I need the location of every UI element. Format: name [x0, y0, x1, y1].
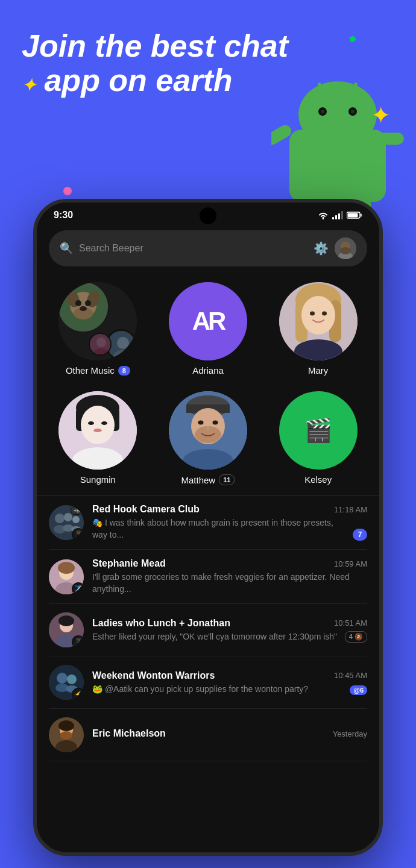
svg-point-62: [198, 421, 203, 425]
svg-point-43: [301, 296, 335, 335]
svg-point-37: [96, 338, 106, 347]
svg-point-1: [298, 81, 377, 148]
ladies-platform-badge: 📱: [72, 635, 84, 647]
svg-point-30: [75, 300, 81, 306]
eric-avatar: [49, 717, 84, 752]
red-hook-content: Red Hook Camera Club 11:18 AM 🎭 I was th…: [92, 504, 367, 541]
svg-point-45: [310, 312, 315, 316]
svg-point-12: [351, 110, 355, 113]
signal-icon: [332, 211, 343, 219]
svg-point-24: [340, 247, 351, 254]
star-icon: ✦: [22, 77, 36, 95]
svg-point-31: [85, 300, 91, 306]
wifi-icon: [318, 211, 329, 219]
wonton-preview: 🐸 @Aatik can you pick up supplies for th…: [92, 684, 345, 696]
hero-title-line2: app on earth: [44, 63, 232, 98]
mary-label: Mary: [308, 365, 328, 376]
hero-title: Join the best chat ✦ app on earth: [22, 29, 288, 98]
svg-rect-13: [332, 217, 334, 219]
stephanie-preview: I'll grab some groceries to make fresh v…: [92, 571, 367, 595]
ladies-muted: 4 🔕: [345, 631, 367, 643]
pinned-kelsey[interactable]: 🎬 Kelsey: [263, 385, 373, 495]
pinned-matthew[interactable]: Matthew 11: [153, 385, 263, 495]
mary-avatar: [279, 282, 358, 360]
ladies-time: 10:51 AM: [334, 618, 367, 627]
pinned-mary[interactable]: Mary: [263, 276, 373, 385]
matthew-label: Matthew 11: [181, 474, 235, 485]
svg-point-74: [58, 562, 75, 574]
chat-item-red-hook[interactable]: 📱 +8 Red Hook Camera Club 11:18 AM 🎭 I w…: [49, 495, 367, 550]
svg-text:✦: ✦: [371, 102, 391, 128]
other-music-badge: 8: [118, 366, 130, 376]
ladies-name: Ladies who Lunch + Jonathan: [92, 618, 230, 629]
adriana-avatar: AR: [169, 282, 247, 360]
wonton-time: 10:45 AM: [334, 671, 367, 680]
svg-point-64: [206, 426, 210, 431]
plus-badge: +8: [71, 506, 83, 515]
eric-time: Yesterday: [333, 729, 367, 738]
chat-item-ladies[interactable]: 📱 Ladies who Lunch + Jonathan 10:51 AM E…: [49, 604, 367, 656]
search-input[interactable]: Search Beeper: [79, 243, 307, 254]
red-hook-name: Red Hook Camera Club: [92, 504, 200, 515]
red-hook-avatar: 📱 +8: [49, 505, 84, 540]
adriana-logo: AR: [192, 307, 224, 336]
stephanie-time: 10:59 AM: [334, 559, 367, 568]
whatsapp-badge: 📱: [72, 528, 84, 540]
eric-name: Eric Michaelson: [92, 728, 166, 739]
svg-point-53: [88, 421, 94, 425]
stephanie-name: Stephanie Mead: [92, 558, 166, 569]
pinned-sungmin[interactable]: Sungmin: [43, 385, 153, 495]
svg-rect-19: [348, 213, 358, 218]
status-icons: [318, 211, 362, 219]
pinned-contacts: Other Music 8 AR Adriana: [37, 276, 379, 495]
adriana-label: Adriana: [192, 365, 224, 376]
kelsey-avatar: 🎬: [279, 391, 358, 470]
sungmin-avatar: [58, 391, 137, 470]
chat-item-stephanie[interactable]: ✈️ Stephanie Mead 10:59 AM I'll grab som…: [49, 550, 367, 604]
other-music-avatar: [58, 282, 137, 360]
svg-point-11: [321, 110, 324, 113]
wonton-at-badge: @6: [350, 685, 367, 695]
telegram-badge: ✈️: [72, 582, 84, 594]
red-hook-time: 11:18 AM: [334, 505, 367, 514]
svg-point-32: [80, 306, 87, 311]
status-time: 9:30: [54, 210, 73, 221]
svg-point-63: [212, 421, 218, 425]
camera-notch: [200, 207, 216, 224]
svg-point-66: [55, 514, 65, 523]
ladies-avatar: 📱: [49, 612, 84, 647]
pinned-other-music[interactable]: Other Music 8: [43, 276, 153, 385]
stephanie-avatar: ✈️: [49, 559, 84, 594]
eric-content: Eric Michaelson Yesterday: [92, 728, 367, 741]
ladies-content: Ladies who Lunch + Jonathan 10:51 AM Est…: [92, 618, 367, 643]
svg-point-70: [72, 516, 80, 523]
phone-frame: 9:30 🔍 Search Beep: [33, 199, 383, 856]
svg-point-88: [60, 731, 72, 740]
red-hook-preview: 🎭 I was think about how much grain is pr…: [92, 517, 348, 541]
wonton-platform-badge: ⚡: [72, 688, 84, 700]
wonton-name: Weekend Wonton Warriors: [92, 670, 215, 681]
wonton-content: Weekend Wonton Warriors 10:45 AM 🐸 @Aati…: [92, 670, 367, 696]
svg-rect-16: [341, 211, 343, 219]
kelsey-label: Kelsey: [304, 474, 332, 485]
svg-point-87: [58, 720, 74, 731]
user-avatar[interactable]: [335, 237, 356, 259]
svg-point-83: [67, 675, 77, 684]
chat-item-eric[interactable]: Eric Michaelson Yesterday: [49, 709, 367, 761]
search-bar[interactable]: 🔍 Search Beeper ⚙️: [49, 230, 367, 266]
ladies-preview: Esther liked your reply, "OK we'll cya t…: [92, 631, 340, 643]
matthew-badge: 11: [219, 474, 235, 485]
pinned-adriana[interactable]: AR Adriana: [153, 276, 263, 385]
svg-point-55: [93, 429, 102, 432]
red-hook-unread: 7: [353, 529, 367, 541]
chat-item-wonton[interactable]: ⚡ Weekend Wonton Warriors 10:45 AM 🐸 @Aa…: [49, 656, 367, 709]
chat-list: 📱 +8 Red Hook Camera Club 11:18 AM 🎭 I w…: [37, 495, 379, 761]
settings-icon[interactable]: ⚙️: [314, 241, 329, 256]
battery-icon: [347, 211, 362, 219]
stephanie-content: Stephanie Mead 10:59 AM I'll grab some g…: [92, 558, 367, 595]
matthew-avatar: [169, 391, 247, 470]
svg-rect-18: [361, 214, 362, 217]
search-icon: 🔍: [60, 242, 73, 255]
wonton-avatar: ⚡: [49, 665, 84, 700]
other-music-label: Other Music 8: [66, 365, 130, 376]
